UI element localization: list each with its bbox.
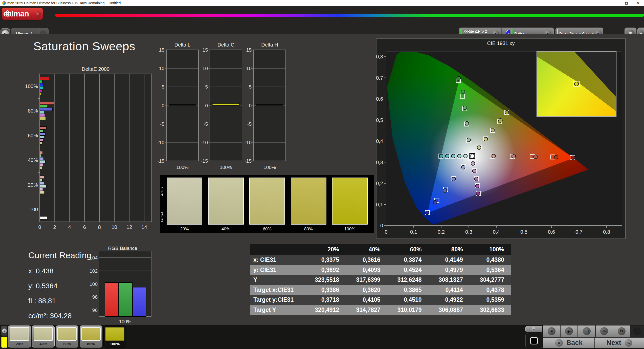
svg-text:2: 2 <box>53 224 56 230</box>
table-cell: 308,1327 <box>429 275 470 285</box>
calman-menu-button[interactable]: calman ▼ <box>2 8 43 20</box>
table-row: y: CIE310,36920,40930,45240,49790,5364 <box>250 265 511 275</box>
svg-text:-5: -5 <box>204 121 208 127</box>
continuous-measure-button[interactable]: ∞ <box>596 325 613 337</box>
table-cell: 0,4380 <box>470 255 511 265</box>
svg-text:10: 10 <box>246 66 252 71</box>
table-cell: 302,6633 <box>470 305 511 315</box>
saturation-swatch-20% <box>167 178 202 225</box>
pattern-label: 100% <box>104 342 126 346</box>
main-content: Saturation Sweeps DeltaE 2000 0246810121… <box>0 34 644 325</box>
svg-text:-10: -10 <box>245 140 252 145</box>
current-reading: Current Reading x: 0,438y: 0,5364fL: 88,… <box>28 250 91 320</box>
svg-text:-5: -5 <box>160 121 164 127</box>
chevron-double-left-icon: « <box>555 339 563 347</box>
pattern-swatch <box>57 327 77 341</box>
delta-h-chart: 151050-5-10-15100% <box>243 48 290 174</box>
svg-text:10: 10 <box>203 66 208 71</box>
wizard-navigation: « Back Next » <box>543 337 644 348</box>
pattern-window-up-button[interactable]: ▲ <box>525 326 542 332</box>
svg-text:-15: -15 <box>158 158 164 164</box>
pattern-list-scroll-up-button[interactable]: ▲ <box>1 326 7 336</box>
saturation-swatch-100% <box>332 178 368 225</box>
calman-window: Calman 2025 Calman Ultimate for Business… <box>0 0 644 349</box>
swatch-level-label: 20% <box>167 227 202 232</box>
stop-button[interactable]: ■ <box>543 325 561 337</box>
delta-h-title: Delta H <box>254 42 286 48</box>
saturation-swatch-60% <box>249 178 285 225</box>
swatch-level-label: 100% <box>332 227 368 232</box>
table-cell: 306,0887 <box>429 305 470 315</box>
table-cell: 0,4149 <box>429 255 470 265</box>
swatch-level-label: 80% <box>291 227 326 232</box>
table-column-header: 60% <box>387 244 429 255</box>
table-column-header: 100% <box>470 244 511 255</box>
table-cell: 0,3874 <box>387 255 429 265</box>
svg-text:15: 15 <box>203 47 208 53</box>
back-button[interactable]: « Back <box>543 337 595 348</box>
table-cell: 0,3692 <box>305 265 346 275</box>
swatch-level-label: 40% <box>208 227 244 232</box>
minimize-button[interactable] <box>609 0 621 6</box>
table-cell: 304,2777 <box>470 275 511 285</box>
refresh-button[interactable]: ↻ <box>613 325 630 337</box>
table-cell: 0,4114 <box>429 285 470 295</box>
svg-text:-10: -10 <box>158 140 164 145</box>
series-icon: [··] <box>583 327 591 335</box>
table-cell: 0,4378 <box>470 285 511 295</box>
table-row-label: y: CIE31 <box>250 265 305 275</box>
arrow-up-icon: ▲ <box>2 329 7 333</box>
cie-1931-chart[interactable]: 00,10,20,30,40,50,60,70,800,10,20,30,40,… <box>376 38 626 239</box>
pattern-button-20%[interactable]: 20% <box>8 325 31 347</box>
svg-text:0: 0 <box>162 103 164 108</box>
pattern-button-100%[interactable]: 100% <box>103 325 126 347</box>
table-row-label: Y <box>250 275 305 285</box>
pattern-window-toggle-button[interactable] <box>525 333 542 348</box>
arrow-up-icon: ▲ <box>532 327 536 331</box>
table-column-header: 40% <box>346 244 387 255</box>
saturation-swatch-80% <box>291 178 326 225</box>
svg-text:100: 100 <box>30 207 38 212</box>
calman-app-icon <box>2 1 6 5</box>
svg-text:0,7: 0,7 <box>575 229 583 235</box>
pattern-button-80%[interactable]: 80% <box>80 325 102 347</box>
measurement-transport: ■ ▶ [··] ∞ ↻ <box>543 325 630 337</box>
pattern-swatch <box>10 327 29 341</box>
table-cell: 0,4979 <box>429 265 470 275</box>
pattern-label: 80% <box>80 342 102 346</box>
table-cell: 0,3718 <box>305 295 346 305</box>
pattern-label: 60% <box>56 342 78 346</box>
calman-logo-icon <box>4 10 11 18</box>
restore-button[interactable] <box>621 0 632 6</box>
svg-text:60%: 60% <box>28 133 38 138</box>
swatch-level-label: 60% <box>249 227 285 232</box>
svg-text:100%: 100% <box>119 319 131 324</box>
next-button[interactable]: Next » <box>595 337 644 348</box>
titlebar: Calman 2025 Calman Ultimate for Business… <box>0 0 644 6</box>
svg-text:80%: 80% <box>28 108 38 114</box>
svg-text:0,6: 0,6 <box>548 229 555 235</box>
table-cell: 0,4105 <box>346 295 387 305</box>
svg-text:0,3: 0,3 <box>465 229 472 235</box>
svg-text:4: 4 <box>68 224 71 230</box>
pattern-button-60%[interactable]: 60% <box>56 325 78 347</box>
pattern-swatch <box>105 327 124 341</box>
current-reading-title: Current Reading <box>28 250 91 260</box>
svg-text:-5: -5 <box>247 121 252 127</box>
pattern-window-icon <box>530 337 538 344</box>
svg-text:0,8: 0,8 <box>603 229 610 235</box>
delta-l-title: Delta L <box>166 42 198 48</box>
svg-text:0,5: 0,5 <box>520 229 527 235</box>
play-measure-button[interactable]: ▶ <box>561 325 578 337</box>
series-measure-button[interactable]: [··] <box>578 325 595 337</box>
pattern-button-40%[interactable]: 40% <box>32 325 55 347</box>
svg-text:96: 96 <box>92 308 98 313</box>
svg-text:5: 5 <box>249 84 252 90</box>
svg-text:0,8: 0,8 <box>376 54 383 59</box>
reading-value: cd/m²: 304,28 <box>28 312 91 320</box>
table-cell: 0,3620 <box>346 285 387 295</box>
svg-text:0: 0 <box>38 224 41 230</box>
rgb-balance-chart: 1041021009896100% <box>90 250 156 326</box>
close-button[interactable]: × <box>632 0 644 6</box>
svg-text:15: 15 <box>246 47 252 53</box>
